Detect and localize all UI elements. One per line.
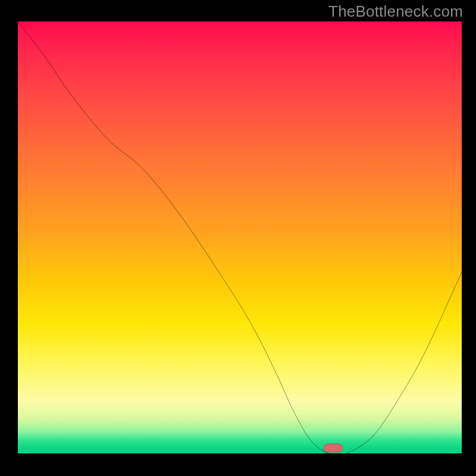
plot-area bbox=[18, 21, 462, 453]
optimal-marker bbox=[324, 444, 343, 453]
watermark-text: TheBottleneck.com bbox=[328, 2, 463, 21]
bottleneck-curve bbox=[18, 21, 462, 453]
chart-root: TheBottleneck.com bbox=[0, 0, 476, 476]
